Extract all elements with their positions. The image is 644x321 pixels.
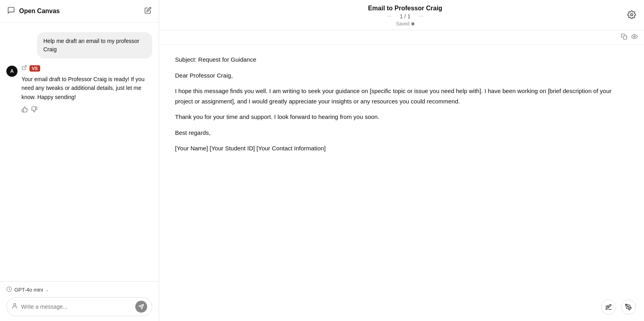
copy-icon[interactable] <box>621 33 627 41</box>
right-toolbar <box>159 30 644 45</box>
message-input[interactable] <box>21 303 132 310</box>
left-header: Open Canvas <box>0 0 159 23</box>
edit-magic-button[interactable] <box>601 300 616 315</box>
canvas-title: Email to Professor Craig <box>368 5 442 12</box>
chevron-down-icon: ⌄ <box>45 287 49 292</box>
email-signature: [Your Name] [Your Student ID] [Your Cont… <box>175 143 628 154</box>
left-header-title: Open Canvas <box>19 8 60 15</box>
assistant-content: VS Your email draft to Professor Craig i… <box>21 65 152 114</box>
page-count: 1 / 1 <box>400 13 411 19</box>
user-message-bubble: Help me draft an email to my professor C… <box>37 32 152 58</box>
right-header: Email to Professor Craig ← 1 / 1 → Saved <box>159 0 644 30</box>
right-bottom-bar <box>601 300 636 315</box>
email-content: Subject: Request for Guidance Dear Profe… <box>159 45 644 321</box>
thumbs-down-button[interactable] <box>31 106 37 114</box>
user-message-text: Help me draft an email to my professor C… <box>43 38 139 53</box>
svg-rect-6 <box>623 36 627 39</box>
model-selector-icon <box>6 286 12 293</box>
left-bottom: GPT-4o mini ⌄ <box>0 281 159 321</box>
left-header-left: Open Canvas <box>7 6 60 16</box>
nav-forward-button[interactable]: → <box>415 12 426 20</box>
settings-icon[interactable] <box>627 10 636 21</box>
message-input-row <box>6 297 152 316</box>
nav-back-button[interactable]: ← <box>385 12 395 20</box>
assistant-actions: VS <box>21 65 152 72</box>
pen-tool-button[interactable] <box>621 300 636 315</box>
chat-area: Help me draft an email to my professor C… <box>0 23 159 281</box>
send-button[interactable] <box>135 301 147 313</box>
thumbs-up-button[interactable] <box>21 106 28 114</box>
feedback-icons <box>21 106 152 114</box>
svg-point-7 <box>634 36 635 37</box>
avatar: A <box>6 66 18 77</box>
model-badge: VS <box>29 65 40 72</box>
external-link-icon[interactable] <box>21 65 27 72</box>
svg-point-2 <box>14 303 16 305</box>
svg-line-0 <box>24 66 26 68</box>
right-panel: Email to Professor Craig ← 1 / 1 → Saved <box>159 0 644 321</box>
email-body2: Thank you for your time and support. I l… <box>175 112 628 122</box>
chat-icon <box>7 6 15 16</box>
right-header-nav: ← 1 / 1 → <box>385 12 426 20</box>
new-canvas-icon[interactable] <box>144 7 152 16</box>
saved-dot <box>411 22 414 25</box>
email-subject: Subject: Request for Guidance <box>175 54 628 65</box>
model-name-label: GPT-4o mini <box>14 287 43 293</box>
assistant-text: Your email draft to Professor Craig is r… <box>21 75 152 101</box>
email-body1: I hope this message finds you well. I am… <box>175 86 628 106</box>
svg-point-8 <box>628 306 629 307</box>
email-greeting: Dear Professor Craig, <box>175 70 628 81</box>
svg-point-5 <box>630 14 633 16</box>
model-selector[interactable]: GPT-4o mini ⌄ <box>6 286 152 293</box>
assistant-message: A VS Your email draft <box>6 65 152 114</box>
eye-icon[interactable] <box>631 33 638 41</box>
saved-status: Saved <box>396 21 414 27</box>
right-header-center: Email to Professor Craig ← 1 / 1 → Saved <box>183 5 627 27</box>
email-closing: Best regards, <box>175 128 628 138</box>
left-panel: Open Canvas Help me draft an email to my… <box>0 0 159 321</box>
user-icon <box>12 303 18 311</box>
